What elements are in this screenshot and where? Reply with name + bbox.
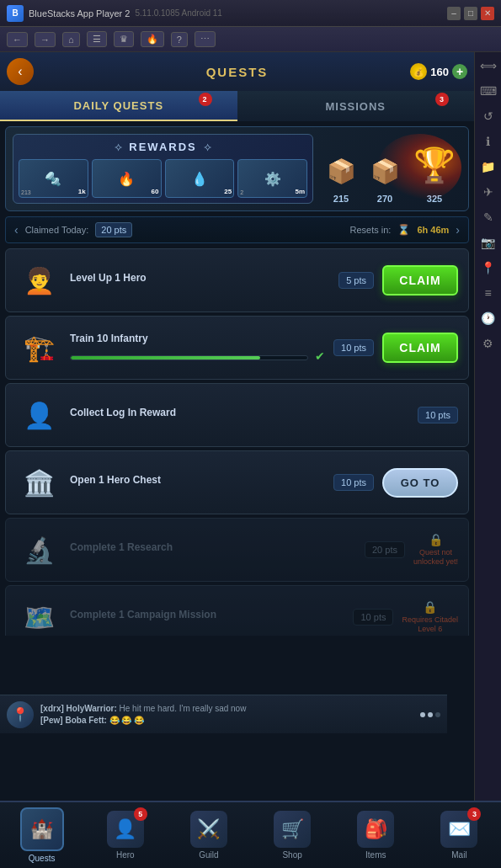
timer-value: 6h 46m [417,225,449,235]
quest-name-q3: Collect Log In Reward [70,407,409,418]
home-toolbar-btn[interactable]: ⌂ [62,32,80,47]
reward-item-icon-3: ⚙️ [264,171,281,187]
quest-progress-fill-q2 [71,356,260,359]
title-bar-left: B BlueStacks App Player 2 5.11.0.1085 An… [7,5,222,22]
sidebar-refresh-icon[interactable]: ↺ [478,106,498,126]
nav-icon-shop: 🛒 [274,811,311,848]
menu-toolbar-btn[interactable]: ☰ [87,31,107,47]
quest-icon-container-q5: 🔬 [16,527,61,572]
nav-badge-hero: 5 [134,807,147,821]
nav-item-guild[interactable]: ⚔️ Guild [167,811,250,860]
claim-button-q1[interactable]: CLAIM [382,265,458,296]
rewards-label: REWARDS [129,141,196,153]
quest-info-q3: Collect Log In Reward [70,407,409,423]
fire-toolbar-btn[interactable]: 🔥 [141,31,164,47]
sidebar-expand-icon[interactable]: ⟺ [478,56,498,76]
chat-message-1: 😂 😂 😂 [109,716,145,725]
tab-missions[interactable]: MISSIONS 3 [237,91,475,121]
quest-pts-q5: 20 pts [365,541,405,558]
rewards-icon-right: ⟡ [204,140,211,154]
quest-progress-row-q2: ✔ [70,349,325,363]
quest-item-q4: 🏛️ Open 1 Hero Chest 10 pts GO TO [5,450,469,514]
nav-item-mail[interactable]: ✉️ 3 Mail [418,811,501,860]
quest-pts-q2: 10 pts [333,339,374,356]
nav-item-hero[interactable]: 👤 5 Hero [83,811,167,860]
goto-button-q4[interactable]: GO TO [382,468,458,498]
reward-item-3: ⚙️ 5m 2 [237,159,307,198]
sidebar-brush-icon[interactable]: ✎ [478,207,498,227]
coin-area: 💰 160 + [410,63,467,80]
milestone-count-270: 270 [377,194,392,204]
help-toolbar-btn[interactable]: ? [171,32,188,47]
reward-item-subcount-3: 2 [240,189,243,195]
quest-icon-q5: 🔬 [18,529,60,571]
right-sidebar: ⟺ ⌨ ↺ ℹ 📁 ✈ ✎ 📷 📍 ≡ 🕐 ⚙ [474,52,501,801]
milestone-count-215: 215 [333,194,349,204]
back-button[interactable]: ‹ [7,58,34,85]
chat-dot-1 [420,712,425,717]
quest-name-q1: Level Up 1 Hero [70,272,330,284]
nav-item-quests[interactable]: 🏰 Quests [0,807,83,863]
nav-item-shop[interactable]: 🛒 Shop [251,811,334,860]
sidebar-keyboard-icon[interactable]: ⌨ [478,81,498,101]
resets-label: Resets in: [349,225,391,235]
bluestacks-logo: B [7,5,24,22]
sidebar-camera-icon[interactable]: 📷 [478,232,498,253]
chat-name-1: [Pew] Boba Fett: [40,716,107,725]
quest-icon-container-q3: 👤 [16,392,61,438]
lock-icon-q5: 🔒 [429,533,443,546]
quest-item-q5: 🔬 Complete 1 Research 20 pts 🔒 Quest not… [5,518,469,582]
quest-pts-q3: 10 pts [418,407,458,423]
reward-item-0: 🔩 1k 213 [19,159,88,198]
sidebar-layers-icon[interactable]: ≡ [478,283,498,303]
sidebar-folder-icon[interactable]: 📁 [478,157,498,177]
claim-button-q2[interactable]: CLAIM [382,333,458,363]
quest-title: QUESTS [206,65,269,79]
quest-icon-q6: 🗺️ [18,596,60,636]
nav-icon-quests: 🏰 [20,807,64,851]
reward-item-count-0: 1k [78,188,86,195]
chat-dot-3 [435,712,440,717]
sidebar-plane-icon[interactable]: ✈ [478,182,498,202]
nav-icon-hero: 👤 5 [107,811,144,848]
quest-info-q5: Complete 1 Research [70,541,356,558]
quest-info-q1: Level Up 1 Hero [70,272,330,289]
prev-arrow[interactable]: ‹ [14,223,19,237]
more-toolbar-btn[interactable]: ⋯ [195,31,216,47]
maximize-button[interactable]: □ [464,7,477,20]
sidebar-clock-icon[interactable]: 🕐 [478,308,498,328]
nav-icon-mail: ✉️ 3 [440,811,477,848]
next-arrow[interactable]: › [456,223,460,237]
sidebar-location-icon[interactable]: 📍 [478,258,498,278]
quest-list: 🧑‍🦱 Level Up 1 Hero 5 pts CLAIM 🏗️ Train… [0,248,474,636]
progress-bar-section: ‹ Claimed Today: 20 pts Resets in: ⌛ 6h … [5,216,469,243]
sidebar-info-icon[interactable]: ℹ [478,131,498,152]
tab-daily-quests[interactable]: DAILY QUESTS 2 [0,91,237,121]
rewards-icon-left: ⟡ [115,140,122,154]
quest-pts-q6: 10 pts [353,609,393,626]
reward-item-icon-2: 💧 [191,171,208,187]
reward-items: 🔩 1k 213 🔥 60 💧 25 ⚙️ 5m 2 [19,159,307,198]
refresh-toolbar-btn[interactable]: ♛ [114,31,134,47]
quest-icon-q4: 🏛️ [18,461,60,503]
nav-label-quests: Quests [29,854,56,863]
timer-icon: ⌛ [397,224,410,236]
reward-item-count-3: 5m [295,188,305,195]
locked-text-q5: Quest notunlocked yet! [413,548,458,567]
forward-toolbar-btn[interactable]: → [35,32,56,47]
quest-icon-q2: 🏗️ [18,327,60,369]
milestone-chest-270: 📦 [364,150,406,192]
nav-label-shop: Shop [282,850,301,860]
quest-progress-bar-q2 [70,355,308,360]
quest-info-q4: Open 1 Hero Chest [70,474,325,491]
nav-label-guild: Guild [199,850,218,860]
coin-add-button[interactable]: + [452,64,467,79]
close-button[interactable]: ✕ [481,7,494,20]
sidebar-settings-icon[interactable]: ⚙ [478,333,498,354]
nav-item-items[interactable]: 🎒 Items [334,811,418,860]
back-toolbar-btn[interactable]: ← [7,32,28,47]
minimize-button[interactable]: – [447,7,461,20]
milestone-215[interactable]: 📦 215 [320,150,362,204]
daily-quests-badge: 2 [199,93,212,106]
quest-check-q2: ✔ [315,349,325,363]
